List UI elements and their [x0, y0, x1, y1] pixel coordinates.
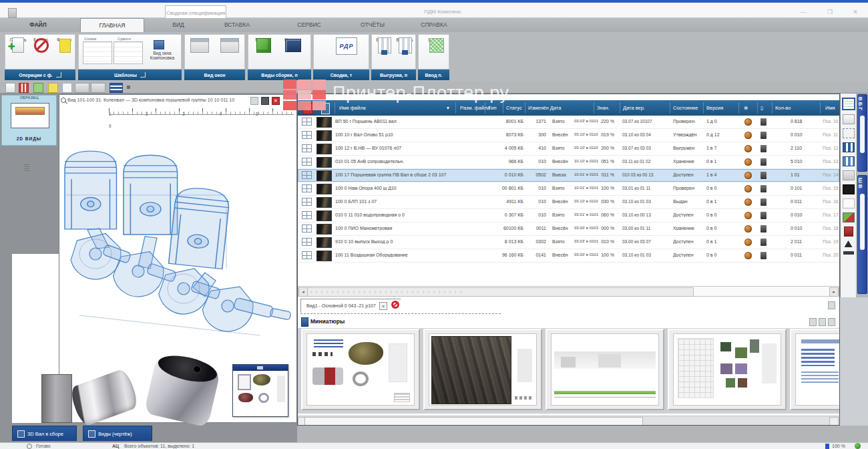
arrow-icon[interactable]: [845, 241, 853, 247]
model-button[interactable]: Модель: [251, 37, 275, 42]
quick-yellow-icon[interactable]: [48, 83, 58, 93]
preview-column-icon[interactable]: [321, 103, 330, 114]
tab-active[interactable]: ГЛАВНАЯ: [80, 18, 144, 32]
tab-5[interactable]: СПРАВКА: [413, 18, 455, 32]
quick-new-icon[interactable]: [5, 83, 15, 93]
thumb-view-button-2[interactable]: [819, 318, 826, 326]
sort-arrow-icon[interactable]: ▾: [447, 105, 449, 111]
minimize-button[interactable]: —: [799, 8, 808, 16]
tab-2[interactable]: ВСТАВКА: [208, 18, 266, 32]
edge-tab-bar-2[interactable]: ШВ: [857, 175, 867, 294]
columns-alt-icon[interactable]: [843, 156, 855, 166]
thumbnail-4[interactable]: [668, 329, 787, 410]
col-verdate[interactable]: Дата вер.: [623, 105, 645, 111]
globe-column-icon[interactable]: ⊕: [744, 105, 748, 111]
restore-button[interactable]: ❐: [825, 8, 835, 16]
thumb-view-button-1[interactable]: [809, 318, 817, 326]
thumb-scroll-right[interactable]: [829, 417, 839, 426]
dash-icon[interactable]: [843, 251, 854, 255]
thumbnail-scrollbar[interactable]: [298, 416, 839, 426]
tab-1[interactable]: ВИД: [155, 18, 202, 32]
preview-panel[interactable]: ОБРАЗЕЦ 2D ВИДЫ: [1, 95, 57, 146]
flag-icon[interactable]: [844, 227, 853, 237]
tab-4[interactable]: ОТЧЁТЫ: [350, 18, 395, 32]
thumbnail-2[interactable]: [423, 329, 542, 410]
table-row[interactable]: 100 12 г В.НВ — ВУ 01076 л07 4 005 КБ 41…: [298, 142, 839, 156]
table-row[interactable]: 100 10 г Вал Олово 51 р10 8073 КБ 300 Вн…: [298, 129, 839, 142]
report-button[interactable]: РДРОтчёт: [330, 37, 354, 42]
table-row[interactable]: 100 0 БЛП 101 з 07 4911 КБ 010 Внесён 03…: [298, 196, 839, 209]
badge-column-icon[interactable]: ▯: [761, 105, 763, 111]
col-state[interactable]: Состояние: [673, 105, 698, 111]
inner-maximize-icon[interactable]: [261, 97, 269, 105]
filter-button[interactable]: Фильтр: [52, 37, 76, 42]
columns-icon[interactable]: [843, 142, 855, 152]
dialog-launcher-icon[interactable]: [56, 72, 61, 78]
block-button[interactable]: Блокир.: [29, 37, 53, 42]
edge-tab-bar-1[interactable]: ВБГ: [857, 94, 867, 172]
dialog-launcher-icon[interactable]: [140, 72, 146, 78]
scroll-right-button[interactable]: ▸: [829, 287, 839, 297]
scroll-left-button[interactable]: ◂: [298, 287, 308, 297]
checkin-button[interactable]: Вернуть: [393, 37, 416, 42]
quick-block-icon[interactable]: [19, 83, 29, 93]
cascade-windows-button[interactable]: Каскад панелей: [216, 37, 242, 47]
table-row[interactable]: 010 0 11 010 водопроводная о 0 0 307 КБ …: [298, 209, 839, 222]
quick-green-icon[interactable]: [33, 83, 43, 93]
col-type[interactable]: Тип: [488, 105, 497, 111]
window-icon[interactable]: [843, 170, 855, 180]
patterns-button[interactable]: Узоры…: [422, 37, 446, 47]
thumbnail-5[interactable]: [790, 329, 840, 410]
tab-file[interactable]: ФАЙЛ: [5, 18, 71, 32]
col-value[interactable]: Знач.: [597, 105, 610, 111]
table-header[interactable]: ФЛ Имя файла ▾ Разм. файла Тип Статус Из…: [298, 100, 839, 116]
tab-3[interactable]: СЕРВИС: [286, 18, 333, 32]
floating-window-button[interactable]: [257, 366, 263, 369]
checkout-column-icon[interactable]: ФЛ: [302, 103, 313, 114]
tile-windows-button[interactable]: Мозаика: [187, 37, 214, 42]
col-count[interactable]: Кол-во: [775, 105, 791, 111]
new-doc-button[interactable]: ✚Создать: [6, 37, 30, 42]
table-row[interactable]: 910 0 10 выпуск Выход р 0 8 013 КБ 0302 …: [298, 236, 839, 249]
col-status[interactable]: Статус: [506, 105, 522, 111]
table-row[interactable]: 100 11 Воздушная Оборудование 96 160 КБ …: [298, 249, 839, 263]
floating-preview-window[interactable]: [232, 364, 288, 417]
grid-view-icon[interactable]: [842, 98, 855, 110]
table-row[interactable]: 100 0 Нам.Опора 400 ш Д10 00 801 КБ 010 …: [298, 182, 839, 196]
quick-window2-icon[interactable]: [91, 83, 105, 93]
close-button[interactable]: ✕: [851, 8, 860, 16]
edge-slider[interactable]: [860, 194, 865, 250]
quick-window-icon[interactable]: [75, 83, 89, 93]
quick-table-icon[interactable]: [110, 83, 123, 93]
inner-minimize-icon[interactable]: [250, 97, 258, 105]
inner-close-icon[interactable]: ✕: [272, 97, 280, 105]
table-row[interactable]: 100 0 ПИО Манометровая 60100 КБ 0011 Вне…: [298, 222, 839, 236]
splitter-grip[interactable]: [24, 164, 29, 171]
sheet-tab-1[interactable]: 3D Вал в сборе: [12, 426, 77, 441]
col-modified[interactable]: Изменён Дата: [528, 105, 561, 111]
sheet-icon[interactable]: [843, 114, 855, 124]
col-name[interactable]: Имя файла: [339, 105, 366, 111]
empty-box-icon[interactable]: [843, 198, 855, 208]
thumb-scroll-thumb[interactable]: [304, 417, 643, 426]
horizontal-scrollbar[interactable]: ◂ ▸: [298, 286, 839, 297]
thumb-view-button-3[interactable]: [828, 318, 835, 326]
zoom-level[interactable]: 100 %: [832, 444, 845, 448]
sheet-tab-2[interactable]: Виды (чертёж): [83, 426, 152, 441]
layout-window-icon[interactable]: [154, 40, 164, 49]
template-tile-1[interactable]: [83, 41, 112, 64]
checkout-button[interactable]: Взять: [371, 37, 393, 42]
floating-window-titlebar[interactable]: [233, 365, 288, 371]
scrollbar-thumb[interactable]: [307, 287, 694, 297]
template-tile-2[interactable]: [114, 41, 143, 64]
selection-box-icon[interactable]: [843, 128, 855, 138]
table-row[interactable]: ВП 50 г Поршень АВ011 вал 8001 КБ 1371 В…: [298, 116, 839, 129]
thumbnail-3[interactable]: [546, 329, 664, 410]
panel-corner-button[interactable]: [828, 301, 835, 309]
col-name2[interactable]: Имя: [825, 105, 835, 111]
layers-icon[interactable]: [843, 212, 855, 222]
quick-page-icon[interactable]: [62, 83, 72, 93]
no-view-icon[interactable]: [391, 301, 399, 309]
table-row[interactable]: 100 17 Поршневая группа ПВ Вал в сборе 2…: [298, 169, 839, 182]
table-row[interactable]: 010 01 05 АнВ сопроводительн. 966 КБ 010…: [298, 156, 839, 169]
